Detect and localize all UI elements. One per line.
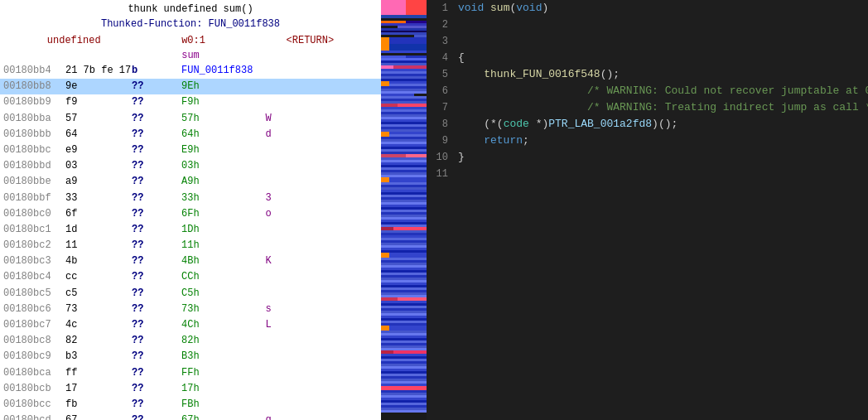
- table-row[interactable]: 00180bcc fb ?? FBh: [0, 397, 381, 413]
- svg-rect-102: [381, 245, 427, 248]
- table-row[interactable]: 00180bb4 21 7b fe 17 b FUN_0011f838: [0, 63, 381, 79]
- row-bytes: 6f: [65, 206, 132, 222]
- row-operand: 9Eh: [181, 79, 248, 94]
- row-operand: A9h: [181, 174, 248, 190]
- svg-rect-14: [381, 37, 389, 51]
- svg-rect-50: [381, 122, 427, 124]
- svg-rect-107: [381, 258, 427, 260]
- row-addr: 00180bc6: [3, 302, 65, 317]
- punc-call-8: )();: [652, 116, 678, 133]
- svg-rect-136: [389, 326, 427, 331]
- svg-rect-63: [381, 152, 427, 154]
- svg-rect-45: [381, 109, 427, 112]
- table-row[interactable]: 00180bc7 4c ?? 4Ch L: [0, 317, 381, 333]
- svg-rect-6: [381, 23, 427, 26]
- table-row[interactable]: 00180bbd 03 ?? 03h: [0, 158, 381, 174]
- table-row[interactable]: 00180bba 57 ?? 57h W: [0, 111, 381, 127]
- svg-rect-10: [381, 31, 427, 32]
- row-operand: 4Bh: [181, 253, 248, 269]
- row-mnemonic: ??: [132, 302, 181, 317]
- brace-close: }: [458, 149, 465, 166]
- disasm-header: thunk undefined sum() Thunked-Function: …: [0, 0, 381, 33]
- row-addr: 00180bca: [3, 365, 65, 381]
- svg-rect-91: [381, 220, 427, 222]
- svg-rect-96: [381, 230, 427, 233]
- svg-rect-15: [389, 37, 427, 44]
- svg-rect-37: [381, 94, 414, 96]
- svg-rect-167: [381, 405, 427, 408]
- svg-rect-94: [381, 227, 393, 230]
- table-row[interactable]: 00180bca ff ?? FFh: [0, 365, 381, 381]
- svg-rect-20: [406, 56, 427, 58]
- table-row[interactable]: 00180bc9 b3 ?? B3h: [0, 349, 381, 364]
- svg-rect-117: [381, 282, 427, 285]
- svg-rect-43: [398, 104, 427, 107]
- svg-rect-4: [381, 21, 406, 23]
- table-row[interactable]: 00180bbe a9 ?? A9h: [0, 174, 381, 190]
- svg-rect-122: [381, 295, 427, 297]
- row-operand: 33h: [181, 191, 248, 206]
- svg-rect-22: [381, 60, 427, 63]
- row-addr: 00180bc8: [3, 333, 65, 349]
- row-mnemonic: ??: [132, 365, 181, 381]
- svg-rect-79: [381, 190, 427, 192]
- code-line-10: }: [458, 149, 861, 166]
- svg-rect-139: [381, 336, 427, 338]
- svg-rect-144: [381, 348, 427, 350]
- svg-rect-46: [381, 112, 427, 114]
- row-operand: 57h: [181, 111, 248, 127]
- table-row[interactable]: 00180bc3 4b ?? 4Bh K: [0, 253, 381, 269]
- svg-rect-150: [381, 361, 427, 364]
- line-num-8: 8: [427, 116, 448, 133]
- svg-rect-83: [381, 200, 427, 202]
- svg-rect-21: [381, 58, 427, 60]
- svg-rect-93: [381, 224, 427, 227]
- row-bytes: f9: [65, 94, 132, 110]
- line-num-11: 11: [427, 166, 448, 182]
- table-row[interactable]: 00180bc0 6f ?? 6Fh o: [0, 206, 381, 222]
- svg-rect-3: [381, 18, 427, 21]
- table-row[interactable]: 00180bc4 cc ?? CCh: [0, 269, 381, 285]
- svg-rect-149: [381, 359, 427, 361]
- row-addr: 00180bbc: [3, 142, 65, 158]
- svg-rect-26: [381, 69, 427, 71]
- row-mnemonic: ??: [132, 397, 181, 413]
- svg-rect-38: [414, 94, 427, 96]
- row-mnemonic: ??: [132, 269, 181, 285]
- table-row[interactable]: 00180bcb 17 ?? 17h: [0, 381, 381, 397]
- svg-rect-34: [381, 86, 427, 89]
- disassembly-panel[interactable]: thunk undefined sum() Thunked-Function: …: [0, 0, 381, 420]
- table-row[interactable]: 00180bc1 1d ?? 1Dh: [0, 222, 381, 238]
- table-row[interactable]: 00180bb8 9e ?? 9Eh: [0, 79, 381, 94]
- svg-rect-104: [381, 250, 427, 253]
- svg-rect-162: [381, 393, 427, 395]
- svg-rect-12: [381, 35, 414, 37]
- svg-rect-151: [381, 364, 427, 366]
- punc-deref: (*(: [484, 116, 503, 133]
- table-row[interactable]: 00180bcd 67 ?? 67h g: [0, 413, 381, 420]
- svg-rect-110: [381, 265, 427, 268]
- indent-7: [458, 99, 587, 116]
- func-name-sum: sum: [490, 0, 509, 17]
- keyword-void2: void: [516, 0, 542, 17]
- viz-svg: [381, 0, 427, 420]
- svg-rect-115: [381, 278, 427, 280]
- row-operand: 17h: [181, 381, 248, 397]
- table-row[interactable]: 00180bc8 82 ?? 82h: [0, 333, 381, 349]
- table-row[interactable]: 00180bbb 64 ?? 64h d: [0, 127, 381, 142]
- table-row[interactable]: 00180bc5 c5 ?? C5h: [0, 286, 381, 302]
- code-panel[interactable]: void sum ( void ) { thunk_FUN_0016f548 (…: [451, 0, 868, 420]
- row-bytes: 4c: [65, 317, 132, 333]
- svg-rect-30: [381, 79, 427, 81]
- indent-5: [458, 66, 484, 83]
- table-row[interactable]: 00180bbf 33 ?? 33h 3: [0, 191, 381, 206]
- table-row[interactable]: 00180bc2 11 ?? 11h: [0, 238, 381, 253]
- svg-rect-84: [381, 202, 427, 205]
- table-row[interactable]: 00180bb9 f9 ?? F9h: [0, 94, 381, 110]
- table-row[interactable]: 00180bc6 73 ?? 73h s: [0, 302, 381, 317]
- svg-rect-170: [381, 413, 427, 420]
- line-numbers-panel: 1 2 3 4 5 6 7 8 9 10 11: [427, 0, 451, 420]
- code-line-6: /* WARNING: Could not recover jumptable …: [458, 83, 861, 99]
- svg-rect-33: [389, 84, 427, 86]
- table-row[interactable]: 00180bbc e9 ?? E9h: [0, 142, 381, 158]
